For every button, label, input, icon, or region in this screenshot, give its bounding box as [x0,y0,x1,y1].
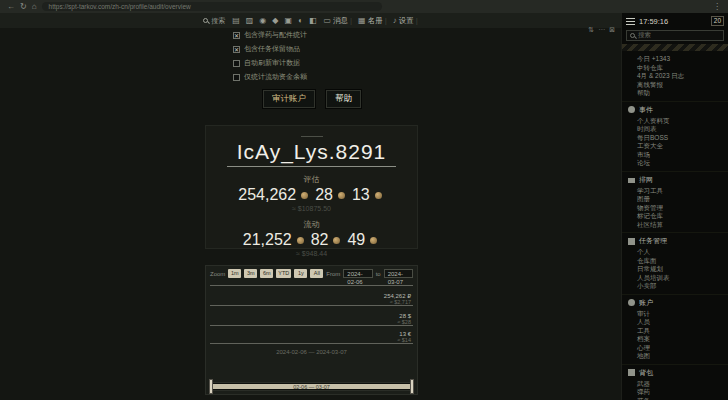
sidebar-item[interactable]: 弹药 [622,388,728,397]
sidebar-item[interactable]: 个人 [622,248,728,257]
filter-checkbox-row[interactable]: 包含任务保留物品 [233,44,418,54]
zoom-preset-button[interactable]: 1y [294,269,307,278]
zoom-preset-button[interactable]: 1m [228,269,241,278]
gridline [210,285,413,286]
toolbar-icon[interactable]: ◉ [259,16,266,25]
sidebar-item[interactable]: 图册 [622,195,728,204]
zoom-preset-button[interactable]: YTD [276,269,291,278]
audit-account-button[interactable]: 审计账户 [262,89,316,109]
toolbar-icon[interactable]: ◧ [309,16,317,25]
rouble-series-line [210,305,413,306]
checkbox-icon[interactable] [233,46,240,53]
sidebar-quick-link[interactable]: 今日 +1343 [622,55,728,64]
sidebar-section-events[interactable]: 事件 [622,101,728,117]
sidebar-item[interactable]: 学习工具 [622,187,728,196]
hamburger-menu-icon[interactable] [626,18,635,25]
sidebar-item[interactable]: 论坛 [622,159,728,168]
to-date-input[interactable]: 2024-03-07 [384,269,413,278]
checkbox-icon[interactable] [233,74,240,81]
toolbar-icon[interactable]: ◆ [272,16,278,25]
to-label: to [376,271,381,277]
toolbar-icon[interactable]: ▨ [246,16,254,25]
sidebar-section-account[interactable]: 账户 [622,294,728,310]
sidebar-item[interactable]: 时间表 [622,125,728,134]
navigator-selection-bar[interactable]: 02-06 — 03-07 [212,384,411,389]
sidebar-item[interactable]: 市场 [622,151,728,160]
euro-coin-icon [370,237,377,244]
home-icon[interactable]: ⌂ [32,0,37,13]
toolbar-icon[interactable]: ▤ [232,16,240,25]
from-date-input[interactable]: 2024-02-06 [343,269,372,278]
truck-icon [628,176,635,183]
sidebar-section-backpack[interactable]: 背包 [622,364,728,380]
sidebar-item[interactable]: 物资管理 [622,204,728,213]
filter-checkbox-row[interactable]: 包含弹药与配件统计 [233,30,418,40]
sidebar-quick-link[interactable]: 4月 & 2023 日志 [622,72,728,81]
sidebar-quick-link[interactable]: 离线警报 [622,81,728,90]
sidebar-quick-link[interactable]: 帮助 [622,89,728,98]
filter-checkbox-row[interactable]: 仅统计流动资金余额 [233,72,418,82]
sidebar-item[interactable]: 个人资料页 [622,117,728,126]
toolbar-icon-group: ▤▨◉◆▣◐◧ [232,16,316,25]
sidebar-section-events-items: 个人资料页时间表每日BOSS工资大全市场论坛 [622,117,728,168]
estimate-roubles: 254,262 [238,186,296,204]
navigator-right-handle[interactable] [410,379,414,394]
estimate-values: 254,262 28 13 [206,186,417,204]
sidebar-item[interactable]: 小卖部 [622,282,728,291]
filter-checkbox-row[interactable]: 自动刷新审计数据 [233,58,418,68]
sidebar-section-task-management[interactable]: 任务管理 [622,232,728,248]
sidebar-item[interactable]: 武器 [622,380,728,389]
browser-menu-icon[interactable]: ⋮ [713,0,721,13]
reload-icon[interactable]: ↻ [20,0,27,13]
sidebar-item[interactable]: 档案 [622,335,728,344]
sidebar-search-input[interactable]: 搜索 [626,30,724,41]
sidebar-item[interactable]: 每日BOSS [622,134,728,143]
mini-icon[interactable]: ⇅ [588,26,594,34]
sidebar-item[interactable]: 心理 [622,344,728,353]
back-icon[interactable]: ← [7,0,15,13]
help-button[interactable]: 帮助 [325,89,362,109]
sidebar-item[interactable]: 标记仓库 [622,212,728,221]
toolbar-button[interactable]: ▦ 名册 | [358,16,387,26]
range-navigator[interactable]: 02-06 — 03-07 [210,382,413,391]
sidebar-item[interactable]: 人员培训表 [622,274,728,283]
navigator-left-handle[interactable] [209,379,213,394]
search-label: 搜索 [211,16,225,26]
toolbar-icon[interactable]: ▣ [284,16,292,25]
toolbar-button-label: 消息 [333,16,348,26]
zoom-preset-button[interactable]: 3m [244,269,257,278]
checkbox-icon[interactable] [233,60,240,67]
mini-icon[interactable]: ⊠ [609,26,615,34]
liquid-label: 流动 [206,219,417,230]
zoom-preset-button[interactable]: 6m [260,269,273,278]
estimate-label: 评估 [206,174,417,185]
sidebar-item[interactable]: 工资大全 [622,142,728,151]
zoom-preset-button[interactable]: All [310,269,323,278]
sidebar-section-task-items: 个人仓库面日常规划人员培训表小卖部 [622,248,728,291]
checkbox-icon[interactable] [233,32,240,39]
toolbar-button[interactable]: ♪ 设置 | [393,16,418,26]
notification-count-badge[interactable]: 20 [711,16,724,26]
wrench-icon [628,238,635,245]
checkbox-label: 包含任务保留物品 [244,44,300,54]
sidebar-section-network[interactable]: 排网 [622,171,728,187]
sidebar-item[interactable]: 日常规划 [622,265,728,274]
toolbar-search[interactable]: 搜索 [203,16,225,26]
user-icon [628,299,635,306]
sidebar-item[interactable]: 地图 [622,352,728,361]
sidebar-item[interactable]: 社区结算 [622,221,728,230]
sidebar-item[interactable]: 审计 [622,310,728,319]
sidebar-quick-link[interactable]: 中转仓库 [622,64,728,73]
checkbox-label: 自动刷新审计数据 [244,58,300,68]
sidebar-item[interactable]: 装备 [622,397,728,400]
sidebar-item[interactable]: 工具 [622,327,728,336]
sidebar-item[interactable]: 仓库面 [622,257,728,266]
toolbar-button[interactable]: ▭ 消息 | [323,16,352,26]
plot-area: 254,262 ₽ ≈ $2,717 28 $ ≈ $28 13 € ≈ $14… [210,281,413,365]
sidebar-item[interactable]: 人员 [622,318,728,327]
address-bar[interactable]: https://spt-tarkov.com/zh-cn/profile/aud… [42,2,382,11]
liquid-dollars: 82 [311,231,329,249]
mini-icon[interactable]: ⋯ [598,26,605,34]
toolbar-icon[interactable]: ◐ [298,16,303,25]
checkbox-label: 包含弹药与配件统计 [244,30,307,40]
